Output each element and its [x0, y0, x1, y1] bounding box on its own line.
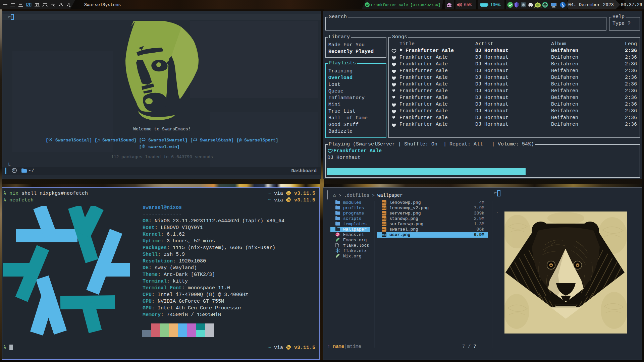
svg-text:PNG: PNG: [382, 234, 386, 236]
svg-text:PNG: PNG: [382, 213, 386, 215]
svg-text:PNG: PNG: [382, 218, 386, 220]
svg-text:PNG: PNG: [382, 223, 386, 225]
svg-text:PNG: PNG: [382, 207, 386, 209]
svg-text:PNG: PNG: [382, 229, 386, 231]
svg-text:PNG: PNG: [382, 202, 386, 204]
